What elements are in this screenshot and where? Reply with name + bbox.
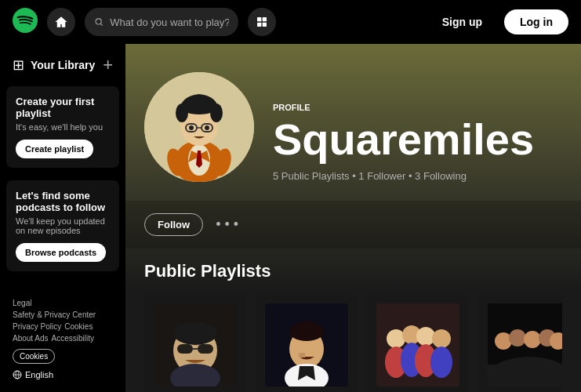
section-title: Public Playlists	[144, 261, 562, 281]
profile-actions: Follow • • •	[125, 201, 581, 249]
sidebar-footer: Legal Safety & Privacy Center Privacy Po…	[0, 292, 125, 386]
svg-rect-27	[177, 344, 193, 354]
profile-header: Profile Squaremiles 5 Public Playlists •…	[125, 44, 581, 201]
follow-button[interactable]: Follow	[144, 213, 203, 236]
svg-point-26	[173, 321, 217, 345]
svg-point-40	[432, 329, 451, 348]
create-playlist-card: Create your first playlist It's easy, we…	[6, 86, 119, 168]
login-button[interactable]: Log in	[504, 9, 568, 34]
topnav: Sign up Log in	[0, 0, 581, 44]
globe-icon	[13, 370, 22, 379]
library-header: ⊞ Your Library +	[0, 50, 125, 80]
signup-button[interactable]: Sign up	[430, 9, 495, 34]
cookies-button[interactable]: Cookies	[13, 349, 55, 364]
podcasts-body: We'll keep you updated on new episodes	[16, 216, 110, 235]
search-bar[interactable]	[85, 8, 238, 36]
svg-rect-5	[257, 23, 261, 27]
podcasts-card: Let's find some podcasts to follow We'll…	[6, 180, 119, 271]
playlists-count: 5 Public Playlists	[273, 170, 350, 182]
playlist-card[interactable]: Classical Bangers 🎼766,492 Followers	[144, 294, 246, 392]
playlist-card[interactable]: ABBA: Best Of The Best244,597 Followers	[367, 294, 469, 392]
svg-point-48	[524, 331, 541, 348]
language-label: English	[25, 370, 53, 379]
svg-point-37	[387, 329, 405, 348]
legal-link[interactable]: Legal	[13, 299, 31, 307]
svg-point-47	[509, 329, 526, 347]
create-playlist-heading: Create your first playlist	[16, 96, 110, 119]
playlist-cover	[488, 303, 562, 387]
cookies-link[interactable]: Cookies	[64, 322, 93, 331]
home-button[interactable]	[47, 8, 75, 36]
accessibility-link[interactable]: Accessibility	[52, 334, 94, 343]
svg-point-21	[205, 125, 209, 130]
playlist-cover	[154, 303, 237, 387]
svg-point-0	[13, 8, 38, 33]
public-playlists-section: Public Playlists Classical Bangers 🎼766,…	[125, 249, 581, 392]
profile-meta: 5 Public Playlists • 1 Follower • 3 Foll…	[273, 170, 562, 182]
svg-rect-3	[257, 17, 261, 21]
footer-links: Legal Safety & Privacy Center Privacy Po…	[13, 299, 113, 343]
spotify-logo[interactable]	[13, 8, 38, 36]
main-content: Profile Squaremiles 5 Public Playlists •…	[125, 44, 581, 392]
following-count: 3 Following	[415, 170, 467, 182]
profile-name: Squaremiles	[273, 115, 562, 164]
playlist-cover	[265, 303, 348, 387]
svg-rect-4	[263, 17, 267, 21]
library-icon: ⊞	[13, 56, 24, 74]
privacy-link[interactable]: Privacy Policy	[13, 322, 61, 331]
create-playlist-button[interactable]: Create playlist	[16, 140, 93, 158]
profile-type: Profile	[273, 103, 562, 112]
svg-point-1	[96, 19, 101, 24]
more-options-button[interactable]: • • •	[216, 216, 238, 233]
library-title: Your Library	[31, 59, 95, 71]
svg-rect-6	[263, 23, 267, 27]
svg-rect-28	[198, 344, 213, 354]
playlist-grid: Classical Bangers 🎼766,492 Followers Top…	[144, 294, 562, 392]
svg-line-2	[100, 24, 102, 25]
add-library-button[interactable]: +	[103, 56, 113, 74]
main-area: ⊞ Your Library + Create your first playl…	[0, 44, 581, 392]
playlist-card[interactable]: Top 48 most streamed songs on...3 Follow…	[478, 294, 562, 392]
svg-point-44	[430, 347, 452, 378]
followers-count: 1 Follower	[358, 170, 405, 182]
browse-podcasts-button[interactable]: Browse podcasts	[16, 243, 106, 262]
safety-link[interactable]: Safety & Privacy Center	[13, 310, 96, 319]
create-playlist-body: It's easy, we'll help you	[16, 122, 110, 132]
svg-rect-52	[488, 365, 562, 387]
svg-point-20	[189, 125, 194, 130]
about-ads-link[interactable]: About Ads	[13, 334, 49, 343]
sidebar: ⊞ Your Library + Create your first playl…	[0, 44, 125, 392]
podcasts-heading: Let's find some podcasts to follow	[16, 190, 110, 213]
svg-rect-34	[299, 353, 305, 358]
playlist-card[interactable]: Top 100 most recognisable songs ...70,58…	[256, 294, 358, 392]
search-input[interactable]	[110, 16, 229, 28]
playlist-cover	[376, 303, 459, 387]
profile-info: Profile Squaremiles 5 Public Playlists •…	[273, 103, 562, 182]
install-button[interactable]	[248, 8, 276, 36]
search-icon	[94, 16, 103, 27]
profile-avatar	[144, 72, 254, 182]
language-button[interactable]: English	[13, 370, 53, 379]
